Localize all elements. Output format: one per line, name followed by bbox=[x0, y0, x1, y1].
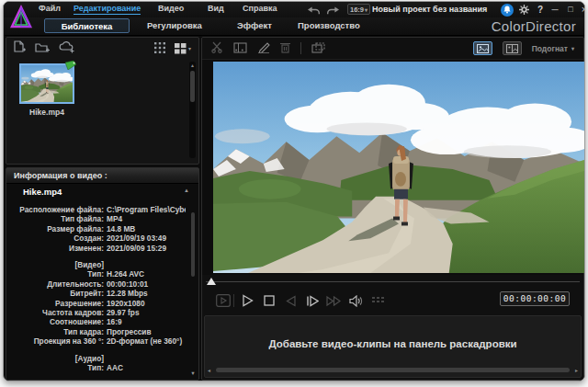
scroll-right-icon[interactable]: ▸ bbox=[575, 367, 578, 374]
storyboard-scrollbar[interactable]: ◂ ▸ bbox=[207, 367, 579, 374]
transport-divider bbox=[233, 294, 234, 307]
info-value: MP4 bbox=[107, 214, 122, 223]
library-toolbar: ▾ bbox=[6, 38, 198, 59]
info-scrollbar[interactable]: ▼ bbox=[190, 188, 196, 376]
info-label: Длительность: bbox=[12, 279, 104, 289]
edit-tag-button[interactable] bbox=[257, 40, 270, 57]
previous-frame-button[interactable] bbox=[283, 292, 300, 309]
tab-adjustment[interactable]: Регулировка bbox=[147, 20, 202, 30]
info-value: 29.97 fps bbox=[107, 308, 140, 317]
info-value: 16:9 bbox=[107, 317, 122, 326]
split-clip-button[interactable] bbox=[211, 40, 223, 57]
info-value: AAC bbox=[107, 363, 123, 372]
zoom-fit-selector[interactable]: Подогнат ▾ bbox=[532, 44, 574, 53]
info-row: Расположение файла:C:\Program Files\Cybe… bbox=[12, 205, 186, 214]
maximize-button[interactable]: □ bbox=[564, 3, 577, 16]
photo-icon bbox=[477, 44, 489, 53]
volume-button[interactable] bbox=[347, 292, 364, 309]
pen-icon bbox=[257, 42, 270, 53]
extract-region-button[interactable] bbox=[311, 40, 325, 57]
single-view-button[interactable] bbox=[473, 41, 492, 55]
info-label: Расположение файла: bbox=[12, 205, 104, 214]
trash-icon bbox=[280, 41, 290, 53]
tab-effect[interactable]: Эффект bbox=[237, 20, 272, 30]
redo-button[interactable] bbox=[326, 4, 341, 15]
view-options-button[interactable]: ▾ bbox=[175, 43, 191, 54]
compare-view-button[interactable] bbox=[503, 41, 522, 55]
media-thumbnail-hike[interactable] bbox=[19, 63, 74, 104]
help-button[interactable]: ? bbox=[535, 3, 546, 16]
menu-item-edit[interactable]: Редактирование bbox=[74, 4, 141, 15]
menu-item-view[interactable]: Вид bbox=[208, 4, 224, 13]
detect-scenes-button[interactable] bbox=[233, 40, 247, 57]
info-row: Соотношение:16:9 bbox=[12, 317, 186, 326]
scenes-icon bbox=[233, 42, 247, 53]
info-value: H.264 AVC bbox=[107, 269, 144, 279]
preview-quality-button[interactable] bbox=[369, 292, 386, 309]
storyboard-panel[interactable]: Добавьте видео-клипы на панель раскадров… bbox=[204, 315, 582, 378]
next-frame-button[interactable] bbox=[304, 292, 321, 309]
minimize-button[interactable]: ─ bbox=[548, 3, 561, 16]
info-row: Длительность:00:00:10:01 bbox=[12, 279, 186, 289]
info-row: Изменен:2021/09/09 15:29 bbox=[12, 244, 186, 253]
info-label: Битрейт: bbox=[12, 289, 104, 298]
thumbnail-view-button[interactable] bbox=[154, 40, 165, 57]
info-value: 2021/09/09 15:29 bbox=[107, 244, 166, 253]
play-button[interactable] bbox=[239, 292, 255, 309]
play-range-icon bbox=[216, 294, 231, 307]
playhead-marker[interactable] bbox=[207, 278, 216, 285]
delete-clip-button[interactable] bbox=[280, 40, 290, 57]
play-movie-button[interactable] bbox=[215, 292, 232, 309]
menu-item-file[interactable]: Файл bbox=[39, 4, 61, 13]
info-row: Частота кадров:29.97 fps bbox=[12, 308, 186, 317]
info-value: 14.8 MB bbox=[107, 224, 135, 233]
fast-forward-button[interactable] bbox=[325, 292, 342, 309]
info-scrollbar-thumb[interactable] bbox=[191, 212, 195, 277]
scroll-down-icon[interactable]: ▼ bbox=[189, 370, 197, 376]
settings-button[interactable] bbox=[517, 3, 530, 16]
compare-photo-icon bbox=[506, 44, 518, 53]
import-media-button[interactable] bbox=[14, 40, 26, 57]
close-button[interactable]: × bbox=[578, 3, 585, 16]
scroll-up-icon[interactable]: ▲ bbox=[189, 63, 196, 68]
notifications-button[interactable] bbox=[501, 4, 514, 17]
scroll-left-icon[interactable]: ◂ bbox=[208, 367, 210, 374]
collapse-arrow-icon[interactable]: ▲ bbox=[184, 188, 189, 193]
info-value: 00:00:10:01 bbox=[107, 279, 148, 289]
menu-item-help[interactable]: Справка bbox=[243, 4, 277, 13]
seek-bar[interactable] bbox=[202, 275, 583, 288]
storyboard-empty-message: Добавьте видео-клипы на панель раскадров… bbox=[205, 338, 581, 349]
info-row: Тип файла:MP4 bbox=[12, 214, 186, 223]
aspect-ratio-selector[interactable]: 16:9 ▾ bbox=[347, 4, 370, 15]
new-clip-badge-icon bbox=[65, 61, 76, 70]
info-label: Частота кадров: bbox=[12, 308, 104, 317]
info-label: Тип: bbox=[12, 269, 104, 279]
info-label: Разрешение: bbox=[12, 299, 104, 308]
library-scrollbar[interactable]: ▲ bbox=[189, 62, 196, 158]
undo-button[interactable] bbox=[307, 4, 322, 15]
info-row: Разрешение:1920x1080 bbox=[12, 299, 186, 308]
info-row: Тип кадра:Прогрессив bbox=[12, 327, 186, 336]
chevron-down-icon: ▾ bbox=[188, 45, 191, 51]
info-list: Расположение файла:C:\Program Files\Cybe… bbox=[12, 205, 186, 376]
info-label: Соотношение: bbox=[12, 317, 104, 326]
stop-button[interactable] bbox=[261, 292, 277, 309]
scissors-icon bbox=[211, 41, 223, 53]
seek-track[interactable] bbox=[206, 281, 580, 282]
project-title: Новый проект без названия bbox=[372, 5, 487, 14]
tab-produce[interactable]: Производство bbox=[298, 20, 360, 30]
tab-library[interactable]: Библиотека bbox=[44, 18, 130, 33]
import-file-icon bbox=[14, 40, 26, 53]
info-value: C:\Program Files\CyberLink\... bbox=[107, 205, 186, 214]
info-label: Тип файла: bbox=[12, 214, 104, 223]
cloud-download-button[interactable] bbox=[59, 40, 74, 57]
video-preview-frame[interactable] bbox=[213, 62, 584, 273]
fast-forward-icon bbox=[326, 295, 341, 307]
aspect-ratio-value: 16:9 bbox=[350, 6, 364, 14]
library-scrollbar-thumb[interactable] bbox=[190, 71, 195, 102]
preview-stage bbox=[202, 60, 583, 275]
info-label: Размер файла: bbox=[12, 224, 104, 233]
storyboard-scrollbar-thumb[interactable] bbox=[216, 368, 570, 372]
import-folder-button[interactable] bbox=[35, 40, 50, 57]
menu-item-video[interactable]: Видео bbox=[158, 4, 184, 13]
